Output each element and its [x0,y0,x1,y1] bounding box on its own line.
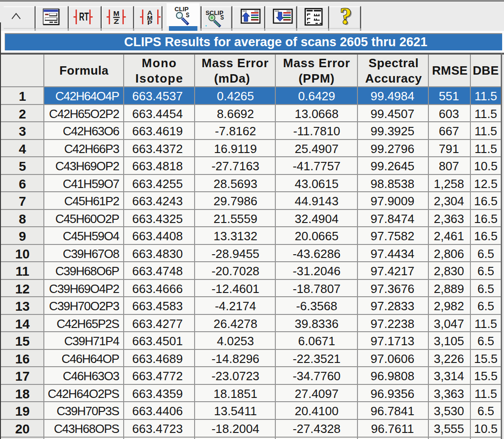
svg-text:?: ? [340,3,352,29]
svg-text:S: S [186,11,189,19]
svg-text:S: S [220,14,224,21]
svg-text:Z: Z [114,18,119,25]
svg-text:P: P [147,19,153,26]
svg-text:RT: RT [79,11,89,23]
svg-text:M: M [113,10,119,17]
